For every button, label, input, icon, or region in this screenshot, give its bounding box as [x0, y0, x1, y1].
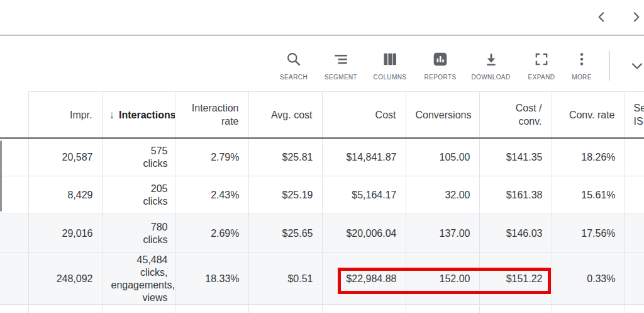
- campaign-stats-table: Impr. ↓Interactions Interaction rate Avg…: [0, 91, 644, 313]
- column-header-conversions[interactable]: Conversions: [406, 92, 479, 139]
- impressions-cell: 29,016: [28, 214, 102, 253]
- cost-cell: $5,164.17: [322, 176, 406, 214]
- expand-button[interactable]: EXPAND: [516, 49, 567, 81]
- conversions-cell: 137.00: [406, 214, 479, 253]
- conv-rate-cell: 15.61%: [552, 176, 625, 214]
- impressions-cell: 248,092: [28, 253, 102, 305]
- download-button[interactable]: DOWNLOAD: [465, 49, 516, 81]
- cost-cell: $20,006.04: [322, 214, 406, 253]
- total-row: 248,092 45,484 clicks, engagements, view…: [0, 253, 644, 305]
- table-row: [0, 305, 644, 313]
- row-gutter-header: [0, 92, 28, 139]
- sort-descending-icon: ↓: [109, 109, 115, 121]
- segment-label: SEGMENT: [325, 74, 357, 81]
- header-row: Impr. ↓Interactions Interaction rate Avg…: [0, 92, 644, 139]
- collapse-toolbar-button[interactable]: [628, 58, 644, 74]
- avg-cost-cell: $0.51: [248, 253, 322, 305]
- search-is-cell: [625, 214, 644, 253]
- search-is-cell: [625, 139, 644, 176]
- reports-button[interactable]: REPORTS: [415, 49, 465, 81]
- cost-per-conv-cell: $141.35: [479, 139, 552, 176]
- conv-rate-cell: 18.26%: [552, 139, 625, 176]
- more-label: MORE: [572, 74, 592, 81]
- column-header-impressions[interactable]: Impr.: [28, 92, 102, 139]
- vertical-scrollbar-thumb[interactable]: [0, 140, 2, 212]
- interaction-rate-cell: 2.69%: [175, 214, 248, 253]
- cost-cell: $14,841.87: [322, 139, 406, 176]
- columns-label: COLUMNS: [374, 74, 407, 81]
- search-is-cell: [625, 253, 644, 305]
- column-header-cost-per-conv[interactable]: Cost / conv.: [479, 92, 552, 139]
- segment-button[interactable]: SEGMENT: [317, 49, 365, 81]
- table-toolbar: SEARCH SEGMENT COLUMNS REPORTS DOWNLOAD: [0, 37, 644, 91]
- avg-cost-cell: $25.65: [248, 214, 322, 253]
- columns-icon: [382, 49, 398, 69]
- cost-per-conv-cell: $161.38: [479, 176, 552, 214]
- column-header-avg-cost[interactable]: Avg. cost: [248, 92, 322, 139]
- more-button[interactable]: MORE: [567, 49, 597, 81]
- expand-label: EXPAND: [528, 74, 555, 81]
- column-header-interactions[interactable]: ↓Interactions: [102, 92, 175, 139]
- more-dots-icon: [574, 49, 590, 69]
- conversions-cell: 152.00: [406, 253, 479, 305]
- interactions-cell: 45,484 clicks, engagements, views: [102, 253, 175, 305]
- impressions-cell: 20,587: [28, 139, 102, 176]
- conv-rate-cell: 17.56%: [552, 214, 625, 253]
- impressions-cell: 8,429: [28, 176, 102, 214]
- reports-label: REPORTS: [425, 74, 457, 81]
- table-row: 20,587 575 clicks 2.79% $25.81 $14,841.8…: [0, 139, 644, 176]
- pagination-bar: [0, 0, 644, 36]
- previous-page-button[interactable]: [594, 9, 610, 25]
- download-label: DOWNLOAD: [471, 74, 510, 81]
- columns-button[interactable]: COLUMNS: [365, 49, 415, 81]
- column-header-conv-rate[interactable]: Conv. rate: [552, 92, 625, 139]
- expand-icon: [533, 49, 550, 69]
- download-icon: [483, 49, 499, 69]
- interaction-rate-cell: 2.43%: [175, 176, 248, 214]
- reports-icon: [432, 49, 448, 69]
- interaction-rate-cell: 2.79%: [175, 139, 248, 176]
- search-icon: [286, 49, 302, 69]
- toolbar-buttons: SEARCH SEGMENT COLUMNS REPORTS DOWNLOAD: [270, 49, 597, 81]
- cost-per-conv-cell: $146.03: [479, 214, 552, 253]
- search-label: SEARCH: [280, 74, 308, 81]
- interactions-cell: 780 clicks: [102, 214, 175, 253]
- chevron-down-icon: [628, 59, 644, 74]
- chevron-right-icon: [628, 9, 644, 25]
- interaction-rate-cell: 18.33%: [175, 253, 248, 305]
- interactions-cell: 575 clicks: [102, 139, 175, 176]
- search-button[interactable]: SEARCH: [270, 49, 317, 81]
- table-row: 8,429 205 clicks 2.43% $25.19 $5,164.17 …: [0, 176, 644, 214]
- chevron-left-icon: [594, 9, 610, 25]
- column-header-interaction-rate[interactable]: Interaction rate: [175, 92, 248, 139]
- avg-cost-cell: $25.19: [248, 176, 322, 214]
- interactions-cell: 205 clicks: [102, 176, 175, 214]
- toolbar-divider: [609, 50, 610, 81]
- segment-icon: [333, 49, 349, 69]
- cost-per-conv-cell: $151.22: [479, 253, 552, 305]
- next-page-button[interactable]: [628, 9, 644, 25]
- column-header-search-is[interactable]: Search IS: [625, 92, 644, 139]
- conversions-cell: 105.00: [406, 139, 479, 176]
- avg-cost-cell: $25.81: [248, 139, 322, 176]
- total-row: 29,016 780 clicks 2.69% $25.65 $20,006.0…: [0, 214, 644, 253]
- conversions-cell: 32.00: [406, 176, 479, 214]
- column-header-cost[interactable]: Cost: [322, 92, 406, 139]
- search-is-cell: [625, 176, 644, 214]
- cost-cell: $22,984.88: [322, 253, 406, 305]
- conv-rate-cell: 0.33%: [552, 253, 625, 305]
